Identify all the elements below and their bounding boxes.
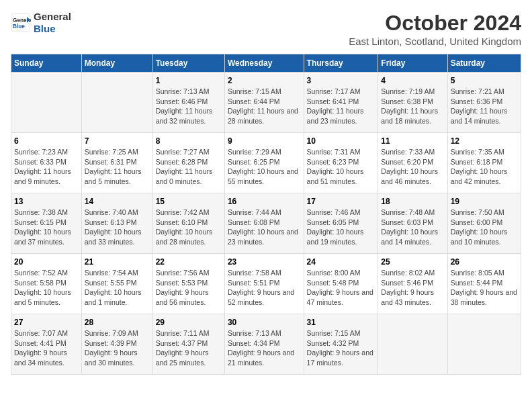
sunset-text: Sunset: 4:37 PM xyxy=(156,338,222,349)
daylight-text: Daylight: 10 hours and 28 minutes. xyxy=(156,227,222,246)
day-number: 24 xyxy=(307,257,375,267)
sunset-text: Sunset: 6:36 PM xyxy=(451,97,518,107)
sunrise-text: Sunrise: 7:15 AM xyxy=(228,87,301,97)
day-number: 5 xyxy=(451,76,518,85)
daylight-text: Daylight: 10 hours and 37 minutes. xyxy=(14,227,79,246)
sunrise-text: Sunrise: 7:11 AM xyxy=(156,328,222,338)
sunset-text: Sunset: 6:00 PM xyxy=(451,218,518,228)
calendar-cell: 10 Sunrise: 7:31 AM Sunset: 6:23 PM Dayl… xyxy=(304,133,378,193)
sunset-text: Sunset: 6:28 PM xyxy=(156,157,222,167)
day-number: 3 xyxy=(307,76,375,85)
day-info: Sunrise: 8:00 AM Sunset: 5:48 PM Dayligh… xyxy=(307,268,375,308)
sunrise-text: Sunrise: 7:23 AM xyxy=(14,147,79,157)
sunset-text: Sunset: 4:34 PM xyxy=(228,338,301,349)
day-number: 23 xyxy=(228,257,301,267)
day-number: 22 xyxy=(156,257,222,267)
day-info: Sunrise: 7:17 AM Sunset: 6:41 PM Dayligh… xyxy=(307,87,375,126)
daylight-text: Daylight: 9 hours and 38 minutes. xyxy=(451,287,518,307)
calendar-cell: 4 Sunrise: 7:19 AM Sunset: 6:38 PM Dayli… xyxy=(378,73,447,133)
calendar-cell: 25 Sunrise: 8:02 AM Sunset: 5:46 PM Dayl… xyxy=(378,254,447,314)
calendar-cell: 11 Sunrise: 7:33 AM Sunset: 6:20 PM Dayl… xyxy=(378,133,447,193)
header-cell-tuesday: Tuesday xyxy=(152,54,224,73)
logo-text-line1: General xyxy=(34,11,71,23)
day-number: 27 xyxy=(14,318,79,327)
day-info: Sunrise: 7:33 AM Sunset: 6:20 PM Dayligh… xyxy=(381,147,444,187)
daylight-text: Daylight: 10 hours and 14 minutes. xyxy=(381,227,444,246)
sunrise-text: Sunrise: 7:40 AM xyxy=(85,208,150,218)
sunrise-text: Sunrise: 7:17 AM xyxy=(307,87,375,97)
header: General Blue General Blue October 2024 E… xyxy=(11,11,521,47)
sunrise-text: Sunrise: 7:58 AM xyxy=(228,268,301,278)
calendar-week-row: 1 Sunrise: 7:13 AM Sunset: 6:46 PM Dayli… xyxy=(11,73,521,133)
day-number: 4 xyxy=(381,76,444,85)
calendar-cell: 22 Sunrise: 7:56 AM Sunset: 5:53 PM Dayl… xyxy=(152,254,224,314)
day-info: Sunrise: 7:15 AM Sunset: 4:32 PM Dayligh… xyxy=(307,328,375,368)
sunrise-text: Sunrise: 7:13 AM xyxy=(156,87,222,97)
daylight-text: Daylight: 11 hours and 28 minutes. xyxy=(228,106,301,126)
title-area: October 2024 East Linton, Scotland, Unit… xyxy=(349,11,521,47)
daylight-text: Daylight: 11 hours and 0 minutes. xyxy=(156,167,222,186)
sunset-text: Sunset: 6:03 PM xyxy=(381,218,444,228)
day-number: 29 xyxy=(156,318,222,327)
calendar-week-row: 27 Sunrise: 7:07 AM Sunset: 4:41 PM Dayl… xyxy=(11,314,521,375)
daylight-text: Daylight: 10 hours and 55 minutes. xyxy=(228,167,301,186)
calendar-cell: 9 Sunrise: 7:29 AM Sunset: 6:25 PM Dayli… xyxy=(224,133,304,193)
sunrise-text: Sunrise: 7:21 AM xyxy=(451,87,518,97)
daylight-text: Daylight: 10 hours and 10 minutes. xyxy=(451,227,518,246)
sunrise-text: Sunrise: 7:52 AM xyxy=(14,268,79,278)
day-info: Sunrise: 7:13 AM Sunset: 4:34 PM Dayligh… xyxy=(228,328,301,368)
day-number: 1 xyxy=(156,76,222,85)
daylight-text: Daylight: 10 hours and 23 minutes. xyxy=(228,227,301,246)
day-info: Sunrise: 7:35 AM Sunset: 6:18 PM Dayligh… xyxy=(451,147,518,187)
sunset-text: Sunset: 6:08 PM xyxy=(228,218,301,228)
daylight-text: Daylight: 9 hours and 17 minutes. xyxy=(307,348,375,367)
calendar-cell: 6 Sunrise: 7:23 AM Sunset: 6:33 PM Dayli… xyxy=(11,133,82,193)
calendar-cell: 14 Sunrise: 7:40 AM Sunset: 6:13 PM Dayl… xyxy=(81,193,152,254)
calendar-cell: 31 Sunrise: 7:15 AM Sunset: 4:32 PM Dayl… xyxy=(304,314,378,375)
sunrise-text: Sunrise: 7:09 AM xyxy=(85,328,150,338)
sunset-text: Sunset: 6:23 PM xyxy=(307,157,375,167)
sunrise-text: Sunrise: 7:48 AM xyxy=(381,208,444,218)
sunset-text: Sunset: 5:46 PM xyxy=(381,278,444,288)
daylight-text: Daylight: 10 hours and 46 minutes. xyxy=(381,167,444,186)
daylight-text: Daylight: 11 hours and 9 minutes. xyxy=(14,167,79,186)
calendar-cell: 26 Sunrise: 8:05 AM Sunset: 5:44 PM Dayl… xyxy=(447,254,521,314)
day-number: 6 xyxy=(14,136,79,146)
calendar-cell xyxy=(378,314,447,375)
header-cell-saturday: Saturday xyxy=(447,54,521,73)
calendar-cell: 23 Sunrise: 7:58 AM Sunset: 5:51 PM Dayl… xyxy=(224,254,304,314)
daylight-text: Daylight: 9 hours and 52 minutes. xyxy=(228,287,301,307)
day-info: Sunrise: 7:29 AM Sunset: 6:25 PM Dayligh… xyxy=(228,147,301,187)
logo: General Blue General Blue xyxy=(11,11,71,35)
header-cell-monday: Monday xyxy=(81,54,152,73)
day-info: Sunrise: 7:19 AM Sunset: 6:38 PM Dayligh… xyxy=(381,87,444,126)
day-info: Sunrise: 7:25 AM Sunset: 6:31 PM Dayligh… xyxy=(85,147,150,187)
sunrise-text: Sunrise: 7:27 AM xyxy=(156,147,222,157)
sunset-text: Sunset: 4:39 PM xyxy=(85,338,150,349)
calendar-cell: 19 Sunrise: 7:50 AM Sunset: 6:00 PM Dayl… xyxy=(447,193,521,254)
header-cell-friday: Friday xyxy=(378,54,447,73)
day-number: 25 xyxy=(381,257,444,267)
daylight-text: Daylight: 9 hours and 25 minutes. xyxy=(156,348,222,367)
sunrise-text: Sunrise: 7:54 AM xyxy=(85,268,150,278)
logo-text-line2: Blue xyxy=(34,23,71,35)
day-info: Sunrise: 8:05 AM Sunset: 5:44 PM Dayligh… xyxy=(451,268,518,308)
sunset-text: Sunset: 5:53 PM xyxy=(156,278,222,288)
calendar-cell: 29 Sunrise: 7:11 AM Sunset: 4:37 PM Dayl… xyxy=(152,314,224,375)
day-number: 8 xyxy=(156,136,222,146)
sunrise-text: Sunrise: 7:07 AM xyxy=(14,328,79,338)
header-cell-thursday: Thursday xyxy=(304,54,378,73)
day-number: 9 xyxy=(228,136,301,146)
day-info: Sunrise: 7:15 AM Sunset: 6:44 PM Dayligh… xyxy=(228,87,301,126)
day-info: Sunrise: 7:38 AM Sunset: 6:15 PM Dayligh… xyxy=(14,208,79,247)
day-number: 30 xyxy=(228,318,301,327)
sunrise-text: Sunrise: 7:50 AM xyxy=(451,208,518,218)
calendar-cell: 30 Sunrise: 7:13 AM Sunset: 4:34 PM Dayl… xyxy=(224,314,304,375)
day-info: Sunrise: 7:09 AM Sunset: 4:39 PM Dayligh… xyxy=(85,328,150,368)
sunrise-text: Sunrise: 8:05 AM xyxy=(451,268,518,278)
calendar-cell: 1 Sunrise: 7:13 AM Sunset: 6:46 PM Dayli… xyxy=(152,73,224,133)
day-number: 20 xyxy=(14,257,79,267)
day-number: 12 xyxy=(451,136,518,146)
header-cell-wednesday: Wednesday xyxy=(224,54,304,73)
day-info: Sunrise: 7:07 AM Sunset: 4:41 PM Dayligh… xyxy=(14,328,79,368)
